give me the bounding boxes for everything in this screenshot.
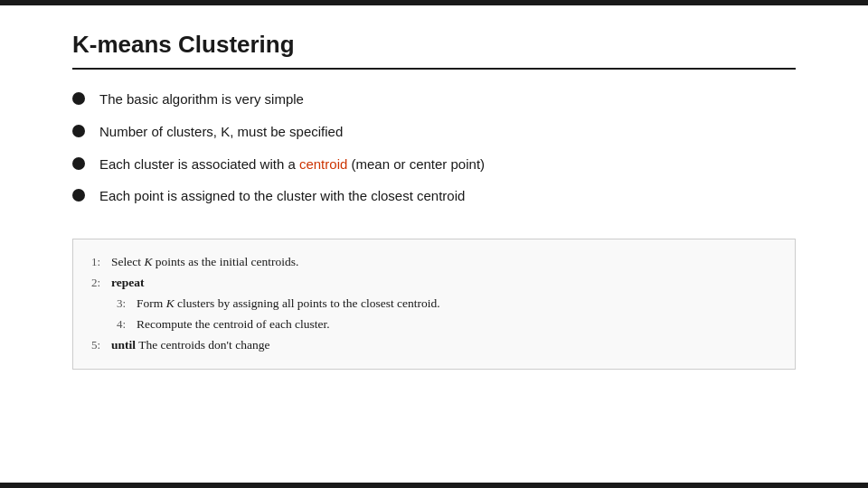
bullet-text-1: The basic algorithm is very simple (99, 89, 796, 109)
algo-text-5: until The centroids don't change (111, 335, 269, 356)
algo-line-4: 4: Recompute the centroid of each cluste… (91, 314, 777, 335)
bullet-item-2: Number of clusters, K, must be specified (72, 122, 796, 142)
bullet-item-1: The basic algorithm is very simple (72, 89, 796, 109)
algo-text-4: Recompute the centroid of each cluster. (137, 314, 330, 335)
algo-text-1: Select K points as the initial centroids… (111, 252, 298, 273)
bullet-dot-4 (72, 189, 85, 202)
algo-num-4: 4: (117, 314, 137, 334)
bullet-text-2: Number of clusters, K, must be specified (99, 122, 796, 142)
bottom-bar (0, 483, 868, 488)
content-area: K-means Clustering The basic algorithm i… (0, 5, 868, 483)
algo-num-2: 2: (91, 273, 111, 293)
bullet-dot-3 (72, 157, 85, 170)
slide: K-means Clustering The basic algorithm i… (0, 0, 868, 488)
bullet-dot-1 (72, 92, 85, 105)
algo-num-3: 3: (117, 294, 137, 314)
slide-title: K-means Clustering (72, 31, 796, 59)
centroid-highlight: centroid (299, 156, 347, 172)
bullet-item-3: Each cluster is associated with a centro… (72, 155, 796, 174)
title-divider (72, 68, 796, 70)
bullet-list: The basic algorithm is very simple Numbe… (72, 89, 796, 219)
algo-line-5: 5: until The centroids don't change (91, 335, 777, 356)
bullet-text-3: Each cluster is associated with a centro… (99, 155, 796, 174)
algo-line-2: 2: repeat (91, 273, 777, 294)
bullet-item-4: Each point is assigned to the cluster wi… (72, 186, 796, 206)
algo-num-5: 5: (91, 335, 111, 355)
bullet-dot-2 (72, 125, 85, 137)
algo-num-1: 1: (91, 252, 111, 272)
algorithm-box: 1: Select K points as the initial centro… (72, 239, 796, 370)
bullet-text-4: Each point is assigned to the cluster wi… (99, 186, 796, 206)
algo-line-3: 3: Form K clusters by assigning all poin… (91, 294, 777, 314)
algo-text-3: Form K clusters by assigning all points … (137, 294, 440, 314)
algo-text-2: repeat (111, 273, 145, 294)
algo-line-1: 1: Select K points as the initial centro… (91, 252, 777, 273)
